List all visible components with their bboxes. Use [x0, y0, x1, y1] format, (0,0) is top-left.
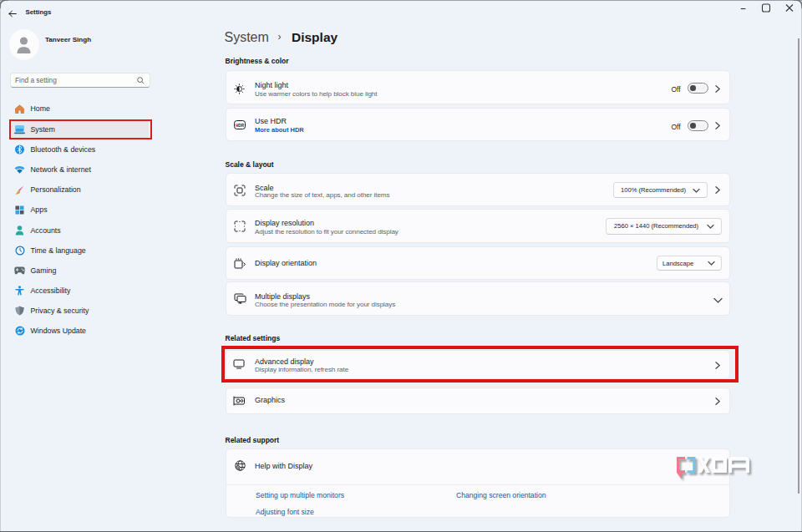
svg-text:HDR: HDR: [236, 123, 245, 127]
